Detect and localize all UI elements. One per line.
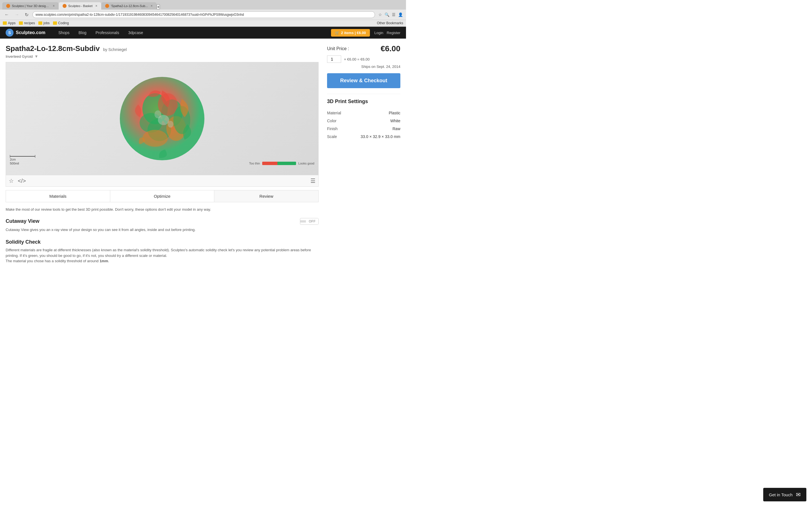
basket-button[interactable]: 🛒 2 items | €6.00: [331, 29, 370, 37]
toggle-container: OFF: [300, 218, 319, 225]
bookmark-apps[interactable]: Apps: [3, 21, 15, 25]
scale-value-group: 33.0 × 32.9 × 33.0 mm: [361, 134, 400, 139]
refresh-button[interactable]: ↻: [23, 11, 30, 18]
folder-icon-coding: [53, 21, 57, 25]
browser-tab-1[interactable]: Sculpteo | Your 3D design... ×: [2, 2, 59, 10]
3d-viewer-container: 2cm 500mil Too thin Looks good ☆ </> ☰: [6, 62, 319, 187]
scale-dimensions: 33.0 × 32.9 × 33.0: [361, 134, 393, 139]
product-tabs: Materials Optimize Review: [6, 190, 319, 202]
product-subtitle-text: Inverteed Gyroid: [6, 54, 33, 59]
tab-favicon-2: [63, 4, 66, 8]
browser-tab-3[interactable]: 'Spatha2-Lo-12.8cm-Sub... ×: [101, 2, 156, 10]
toggle-off-label[interactable]: [300, 220, 306, 223]
print-settings-panel: 3D Print Settings Material Plastic Color…: [327, 94, 400, 140]
ships-info: Ships on Sept. 24, 2014: [327, 64, 400, 69]
bookmark-jobs-label: jobs: [43, 21, 50, 25]
unit-price-section: Unit Price : €6.00 × €6.00 = €6.00 Ships…: [327, 44, 400, 69]
cutaway-view-section: Cutaway View OFF Cutaway View gives you …: [6, 218, 319, 233]
tab-title-1: Sculpteo | Your 3D design...: [12, 4, 50, 8]
url-input[interactable]: [33, 11, 375, 18]
forward-button[interactable]: →: [13, 11, 21, 18]
toggle-on-label[interactable]: OFF: [306, 218, 318, 224]
quantity-row: × €6.00 = €6.00: [327, 55, 400, 63]
setting-color: Color White: [327, 117, 400, 125]
tab-review[interactable]: Review: [214, 190, 318, 202]
svg-point-8: [142, 130, 168, 147]
folder-icon-apps: [3, 21, 7, 25]
tab-materials[interactable]: Materials: [6, 190, 110, 202]
bookmark-coding-label: Coding: [58, 21, 69, 25]
nav-links: Shops Blog Professionals 3dpcase: [54, 27, 148, 39]
site-navigation: S Sculpteo.com Shops Blog Professionals …: [0, 27, 406, 39]
favorite-button[interactable]: ☆: [9, 177, 14, 184]
bookmark-coding[interactable]: Coding: [53, 21, 69, 25]
register-link[interactable]: Register: [387, 31, 400, 35]
site-logo[interactable]: S Sculpteo.com: [6, 29, 45, 37]
new-tab-button[interactable]: +: [156, 4, 160, 10]
bookmark-apps-label: Apps: [8, 21, 15, 25]
material-value: Plastic: [389, 111, 400, 115]
finish-value: Raw: [393, 126, 400, 131]
material-label: Material: [327, 111, 341, 115]
tab-close-3[interactable]: ×: [151, 4, 153, 8]
scale-unit: mm: [394, 134, 400, 139]
browser-address-bar-row: ← → ↻ ☆ 🔍 ☰ 👤: [0, 10, 406, 20]
color-label: Color: [327, 119, 336, 123]
login-link[interactable]: Login: [374, 31, 384, 35]
svg-point-11: [168, 121, 173, 128]
setting-scale: Scale 33.0 × 32.9 × 33.0 mm: [327, 133, 400, 140]
logo-text: Sculpteo.com: [16, 30, 45, 35]
search-icon[interactable]: 🔍: [384, 12, 390, 17]
quantity-input[interactable]: [327, 55, 341, 63]
bookmark-recipes[interactable]: recipes: [19, 21, 35, 25]
bookmark-jobs[interactable]: jobs: [38, 21, 50, 25]
basket-icon: 🛒: [335, 31, 340, 35]
viewer-actions-bar: ☆ </> ☰: [6, 175, 318, 186]
tab-title-3: 'Spatha2-Lo-12.8cm-Sub...: [111, 4, 148, 8]
browser-tab-2[interactable]: Sculpteo - Basket ×: [59, 2, 101, 10]
dropdown-arrow-icon[interactable]: ▼: [35, 54, 38, 59]
product-author: by Schmiegel: [103, 47, 127, 52]
viewer-left-actions: ☆ </>: [9, 177, 26, 184]
tab-content-area: Make the most of our review tools to get…: [6, 207, 319, 264]
nav-professionals[interactable]: Professionals: [91, 27, 124, 39]
nav-shops[interactable]: Shops: [54, 27, 74, 39]
nav-3dpcase[interactable]: 3dpcase: [124, 27, 148, 39]
nav-blog[interactable]: Blog: [74, 27, 91, 39]
finish-label: Finish: [327, 126, 338, 131]
left-panel: Spatha2-Lo-12.8cm-Subdiv by Schmiegel In…: [6, 44, 319, 271]
solidity-check-title: Solidity Check: [6, 239, 41, 245]
3d-viewer-canvas[interactable]: 2cm 500mil Too thin Looks good: [6, 62, 318, 175]
share-button[interactable]: </>: [18, 177, 26, 184]
main-content: Spatha2-Lo-12.8cm-Subdiv by Schmiegel In…: [0, 39, 406, 276]
basket-label: 2 items | €6.00: [341, 31, 366, 35]
star-icon[interactable]: ☆: [377, 12, 383, 17]
cutaway-view-header: Cutaway View OFF: [6, 218, 319, 225]
quality-bar: [262, 162, 296, 165]
quality-indicator: Too thin Looks good: [249, 162, 314, 165]
tab-favicon-1: [6, 4, 10, 8]
scale-label-500mil: 500mil: [10, 162, 35, 165]
cutaway-view-description: Cutaway View gives you an x-ray view of …: [6, 227, 319, 233]
unit-price-row: Unit Price : €6.00: [327, 44, 400, 53]
svg-point-10: [154, 110, 161, 118]
product-title: Spatha2-Lo-12.8cm-Subdiv: [6, 44, 100, 53]
back-button[interactable]: ←: [3, 11, 11, 18]
review-checkout-button[interactable]: Review & Checkout: [327, 73, 400, 88]
user-icon[interactable]: 👤: [398, 12, 403, 17]
cutaway-toggle[interactable]: OFF: [300, 218, 319, 225]
tab-optimize[interactable]: Optimize: [110, 190, 214, 202]
tab-close-1[interactable]: ×: [53, 4, 55, 8]
folder-icon-jobs: [38, 21, 42, 25]
menu-icon[interactable]: ☰: [391, 12, 396, 17]
other-bookmarks[interactable]: Other Bookmarks: [377, 21, 403, 25]
threshold-bold: 1mm: [100, 259, 108, 263]
tab-description: Make the most of our review tools to get…: [6, 207, 319, 212]
author-name: Schmiegel: [108, 47, 126, 52]
folder-icon-recipes: [19, 21, 23, 25]
settings-sliders-button[interactable]: ☰: [310, 177, 315, 184]
scale-label-2cm: 2cm: [10, 158, 35, 161]
tab-close-2[interactable]: ×: [95, 4, 97, 8]
solidity-check-description: Different materials are fragile at diffe…: [6, 247, 319, 264]
bookmarks-bar: Apps recipes jobs Coding Other Bookmarks: [0, 20, 406, 26]
